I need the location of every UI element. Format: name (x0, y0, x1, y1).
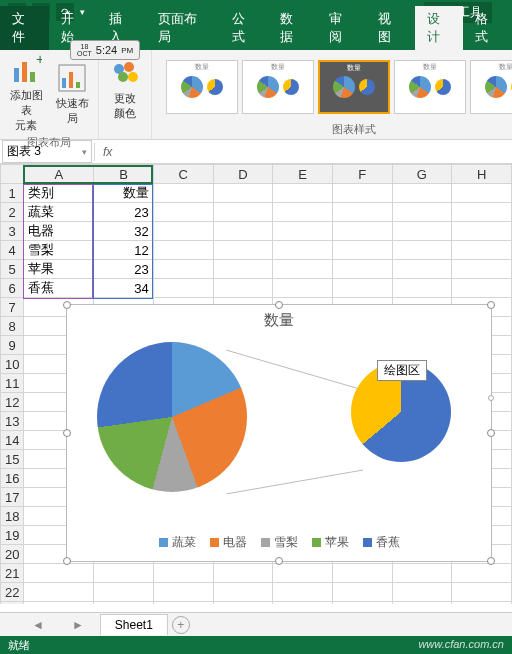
col-header[interactable]: G (392, 165, 452, 184)
legend-item[interactable]: 雪梨 (261, 534, 298, 551)
cell[interactable]: 23 (94, 260, 154, 279)
cell[interactable] (153, 279, 213, 298)
plot-area[interactable]: 绘图区 (67, 332, 491, 532)
row-header[interactable]: 20 (1, 545, 24, 564)
cell[interactable] (392, 241, 452, 260)
cell[interactable] (392, 260, 452, 279)
cell[interactable] (332, 222, 392, 241)
worksheet-grid[interactable]: ABCDEFGH1类别数量2蔬菜233电器324雪梨125苹果236香蕉3478… (0, 164, 512, 604)
cell[interactable] (24, 564, 94, 583)
cell[interactable] (452, 583, 512, 602)
row-header[interactable]: 15 (1, 450, 24, 469)
cell[interactable] (213, 203, 273, 222)
row-header[interactable]: 3 (1, 222, 24, 241)
chart-legend[interactable]: 蔬菜电器雪梨苹果香蕉 (67, 532, 491, 551)
legend-item[interactable]: 苹果 (312, 534, 349, 551)
add-sheet-button[interactable]: + (172, 616, 190, 634)
cell[interactable] (332, 260, 392, 279)
chart-style-2[interactable]: 数量 (242, 60, 314, 114)
tab-view[interactable]: 视图 (366, 6, 415, 50)
cell[interactable] (452, 203, 512, 222)
resize-handle[interactable] (487, 557, 495, 565)
row-header[interactable]: 1 (1, 184, 24, 203)
row-header[interactable]: 5 (1, 260, 24, 279)
cell[interactable] (273, 222, 333, 241)
cell[interactable] (273, 260, 333, 279)
row-header[interactable]: 11 (1, 374, 24, 393)
cell[interactable]: 电器 (24, 222, 94, 241)
cell[interactable] (153, 222, 213, 241)
cell[interactable] (273, 279, 333, 298)
quick-layout-button[interactable]: 快速布局 (52, 62, 92, 126)
cell[interactable] (153, 583, 213, 602)
cell[interactable]: 雪梨 (24, 241, 94, 260)
row-header[interactable]: 4 (1, 241, 24, 260)
cell[interactable] (273, 564, 333, 583)
cell[interactable] (332, 583, 392, 602)
tab-file[interactable]: 文件 (0, 6, 49, 50)
row-header[interactable]: 21 (1, 564, 24, 583)
col-header[interactable]: H (452, 165, 512, 184)
cell[interactable] (273, 203, 333, 222)
cell[interactable] (153, 602, 213, 605)
cell[interactable] (213, 184, 273, 203)
chart-style-1[interactable]: 数量 (166, 60, 238, 114)
row-header[interactable]: 7 (1, 298, 24, 317)
cell[interactable] (153, 184, 213, 203)
cell[interactable] (273, 602, 333, 605)
cell[interactable]: 类别 (24, 184, 94, 203)
row-header[interactable]: 22 (1, 583, 24, 602)
cell[interactable] (392, 184, 452, 203)
row-header[interactable]: 14 (1, 431, 24, 450)
cell[interactable] (24, 583, 94, 602)
resize-handle[interactable] (275, 557, 283, 565)
cell[interactable] (24, 602, 94, 605)
cell[interactable] (273, 241, 333, 260)
cell[interactable]: 蔬菜 (24, 203, 94, 222)
row-header[interactable]: 2 (1, 203, 24, 222)
cell[interactable] (94, 602, 154, 605)
chart-style-3[interactable]: 数量 (318, 60, 390, 114)
cell[interactable] (213, 583, 273, 602)
row-header[interactable]: 17 (1, 488, 24, 507)
cell[interactable] (332, 203, 392, 222)
sheet-nav-right-icon[interactable]: ► (60, 618, 96, 632)
row-header[interactable]: 9 (1, 336, 24, 355)
sheet-nav-left-icon[interactable]: ◄ (20, 618, 56, 632)
cell[interactable] (392, 203, 452, 222)
cell[interactable] (213, 564, 273, 583)
cell[interactable] (273, 583, 333, 602)
chart-object[interactable]: 数量 绘图区 蔬菜电器雪梨苹果香蕉 (66, 304, 492, 562)
tab-data[interactable]: 数据 (268, 6, 317, 50)
row-header[interactable]: 18 (1, 507, 24, 526)
cell[interactable] (392, 222, 452, 241)
resize-handle[interactable] (63, 301, 71, 309)
col-header[interactable]: C (153, 165, 213, 184)
col-header[interactable]: D (213, 165, 273, 184)
row-header[interactable]: 13 (1, 412, 24, 431)
row-header[interactable]: 10 (1, 355, 24, 374)
cell[interactable] (452, 241, 512, 260)
cell[interactable] (153, 564, 213, 583)
cell[interactable] (213, 279, 273, 298)
cell[interactable] (452, 602, 512, 605)
cell[interactable]: 12 (94, 241, 154, 260)
cell[interactable] (153, 260, 213, 279)
row-header[interactable]: 6 (1, 279, 24, 298)
cell[interactable]: 苹果 (24, 260, 94, 279)
col-header[interactable]: B (94, 165, 154, 184)
cell[interactable] (213, 602, 273, 605)
cell[interactable]: 23 (94, 203, 154, 222)
legend-item[interactable]: 电器 (210, 534, 247, 551)
cell[interactable] (332, 602, 392, 605)
cell[interactable] (153, 241, 213, 260)
cell[interactable]: 34 (94, 279, 154, 298)
legend-item[interactable]: 香蕉 (363, 534, 400, 551)
resize-handle[interactable] (487, 301, 495, 309)
col-header[interactable]: E (273, 165, 333, 184)
col-header[interactable]: F (332, 165, 392, 184)
cell[interactable]: 32 (94, 222, 154, 241)
change-colors-button[interactable]: 更改 颜色 (105, 57, 145, 121)
chart-style-4[interactable]: 数量 (394, 60, 466, 114)
chart-style-5[interactable]: 数量 (470, 60, 512, 114)
